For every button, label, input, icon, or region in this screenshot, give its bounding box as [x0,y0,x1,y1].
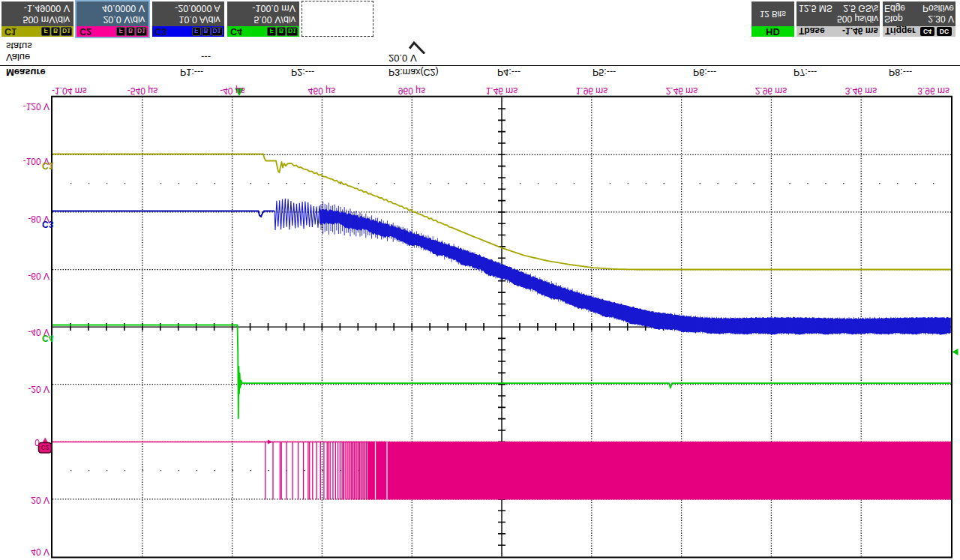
svg-text:C2: C2 [41,444,50,451]
